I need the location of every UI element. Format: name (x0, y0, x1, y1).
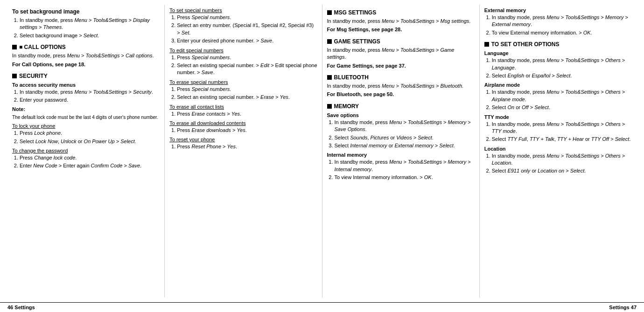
external-sub-heading: External memory (484, 7, 632, 13)
msg-section-heading: MSG SETTINGS (327, 9, 475, 16)
column-3: MSG SETTINGS In standby mode, press Menu… (322, 5, 480, 298)
internal-sub-heading: Internal memory (327, 152, 475, 158)
security-sub-heading: To access security menus (12, 82, 160, 88)
note-text: The default lock code must be the last 4… (12, 114, 160, 120)
lock-step-2: Select Lock Now, Unlock or On Power Up >… (20, 138, 160, 145)
erase-download-heading: To erase all downloaded contents (169, 120, 317, 126)
security-steps-list: In standby mode, press Menu > Tools&Sett… (12, 89, 160, 104)
call-body: In standby mode, press Menu > Tools&Sett… (12, 52, 160, 59)
airplane-step-2: Select On or Off > Select. (492, 104, 632, 111)
column-2: To set special numbers Press Special num… (165, 5, 322, 298)
erase-step-1: Press Special numbers. (177, 86, 317, 93)
password-steps-list: Press Change lock code. Enter New Code >… (12, 154, 160, 170)
call-section-label: ■ CALL OPTIONS (19, 44, 66, 50)
internal-step-2: To view Internal memory information. > O… (335, 174, 475, 181)
edit-steps-list: Press Special numbers. Select an existin… (169, 54, 317, 76)
lock-heading: To lock your phone (12, 123, 160, 129)
internal-step-1: In standby mode, press Menu > Tools&Sett… (335, 159, 475, 173)
tty-sub-heading: TTY mode (484, 114, 632, 120)
lang-step-1: In standby mode, press Menu > Tools&Sett… (492, 57, 632, 71)
special-step-2: Select an entry number. (Special #1, Spe… (177, 22, 317, 36)
call-section-heading: ■ CALL OPTIONS (12, 44, 160, 50)
game-square-icon (327, 39, 332, 44)
external-step-1: In standby mode, press Menu > Tools&Sett… (492, 14, 632, 28)
password-step-1: Press Change lock code. (20, 154, 160, 161)
other-square-icon (484, 42, 489, 47)
reset-heading: To reset your phone (169, 137, 317, 142)
security-step-2: Enter your password. (20, 97, 160, 104)
memory-square-icon (327, 104, 332, 109)
location-step-2: Select E911 only or Location on > Select… (492, 167, 632, 174)
security-section-heading: SECURITY (12, 73, 160, 79)
location-steps-list: In standby mode, press Menu > Tools&Sett… (484, 153, 632, 175)
page-footer: 46 Settings Settings 47 (0, 302, 644, 312)
erase-contact-heading: To erase all contact lists (169, 104, 317, 110)
tty-step-1: In standby mode, press Menu > Tools&Sett… (492, 121, 632, 135)
tty-steps-list: In standby mode, press Menu > Tools&Sett… (484, 121, 632, 143)
bg-step-2: Select background image > Select. (20, 32, 160, 39)
column-4: External memory In standby mode, press M… (480, 5, 637, 298)
bluetooth-section-heading: BLUETOOTH (327, 74, 475, 81)
msg-body: In standby mode, press Menu > Tools&Sett… (327, 18, 475, 25)
memory-step-1: In standby mode, press Menu > Tools&Sett… (335, 119, 475, 133)
msg-section-label: MSG SETTINGS (334, 9, 377, 16)
memory-section-label: MEMORY (334, 103, 359, 110)
edit-special-heading: To edit special numbers (169, 48, 317, 53)
bluetooth-square-icon (327, 75, 332, 80)
other-section-heading: TO SET OTHER OPTIONS (484, 41, 632, 48)
airplane-steps-list: In standby mode, press Menu > Tools&Sett… (484, 89, 632, 111)
msg-square-icon (327, 10, 332, 15)
footer-left: 46 Settings (7, 305, 35, 310)
erase-steps-list: Press Special numbers. Select an existin… (169, 86, 317, 101)
memory-section-heading: MEMORY (327, 103, 475, 110)
lang-step-2: Select English or Español > Select. (492, 72, 632, 79)
erase-download-steps-list: Press Erase downloads > Yes. (169, 127, 317, 134)
security-section-label: SECURITY (19, 73, 48, 79)
memory-steps-list: In standby mode, press Menu > Tools&Sett… (327, 119, 475, 150)
other-section-label: TO SET OTHER OPTIONS (491, 41, 560, 48)
game-section-label: GAME SETTINGS (334, 38, 380, 45)
erase-step-2: Select an existing special number. > Era… (177, 94, 317, 101)
bluetooth-ref: For Bluetooth, see page 50. (327, 91, 475, 98)
lang-sub-heading: Language (484, 50, 632, 56)
bg-steps-list: In standby mode, press Menu > Tools&Sett… (12, 17, 160, 39)
column-1: To set background image In standby mode,… (7, 5, 165, 298)
call-ref: For Call Options, see page 18. (12, 61, 160, 68)
internal-steps-list: In standby mode, press Menu > Tools&Sett… (327, 159, 475, 181)
location-step-1: In standby mode, press Menu > Tools&Sett… (492, 153, 632, 167)
msg-ref: For Msg Settings, see page 28. (327, 26, 475, 33)
airplane-step-1: In standby mode, press Menu > Tools&Sett… (492, 89, 632, 103)
memory-sub-heading: Save options (327, 112, 475, 118)
special-steps-list: Press Special numbers. Select an entry n… (169, 14, 317, 45)
reset-steps-list: Press Reset Phone > Yes. (169, 143, 317, 150)
bg-heading: To set background image (12, 8, 160, 15)
bluetooth-section-label: BLUETOOTH (334, 74, 369, 81)
location-sub-heading: Location (484, 146, 632, 152)
note-label: Note: (12, 106, 160, 113)
memory-step-2: Select Sounds, Pictures or Videos > Sele… (335, 134, 475, 141)
erase-contact-steps-list: Press Erase contacts > Yes. (169, 111, 317, 118)
special-step-3: Enter your desired phone number. > Save. (177, 37, 317, 44)
call-square-icon (12, 45, 17, 49)
reset-step-1: Press Reset Phone > Yes. (177, 143, 317, 150)
bg-step-1: In standby mode, press Menu > Tools&Sett… (20, 17, 160, 31)
game-body: In standby mode, press Menu > Tools&Sett… (327, 47, 475, 61)
erase-download-step-1: Press Erase downloads > Yes. (177, 127, 317, 134)
external-step-2: To view External memory information. > O… (492, 29, 632, 36)
bluetooth-body: In standby mode, press Menu > Tools&Sett… (327, 83, 475, 90)
game-section-heading: GAME SETTINGS (327, 38, 475, 45)
erase-special-heading: To erase special numbers (169, 79, 317, 85)
password-step-2: Enter New Code > Enter again Confirm Cod… (20, 162, 160, 169)
special-step-1: Press Special numbers. (177, 14, 317, 21)
lock-steps-list: Press Lock phone. Select Lock Now, Unloc… (12, 130, 160, 145)
external-steps-list: In standby mode, press Menu > Tools&Sett… (484, 14, 632, 36)
edit-step-1: Press Special numbers. (177, 54, 317, 61)
lock-step-1: Press Lock phone. (20, 130, 160, 137)
security-step-1: In standby mode, press Menu > Tools&Sett… (20, 89, 160, 96)
game-ref: For Game Settings, see page 37. (327, 62, 475, 69)
edit-step-2: Select an existing special number. > Edi… (177, 62, 317, 76)
content-area: To set background image In standby mode,… (0, 0, 644, 302)
airplane-sub-heading: Airplane mode (484, 82, 632, 88)
footer-right: Settings 47 (609, 305, 637, 310)
erase-contact-step-1: Press Erase contacts > Yes. (177, 111, 317, 118)
